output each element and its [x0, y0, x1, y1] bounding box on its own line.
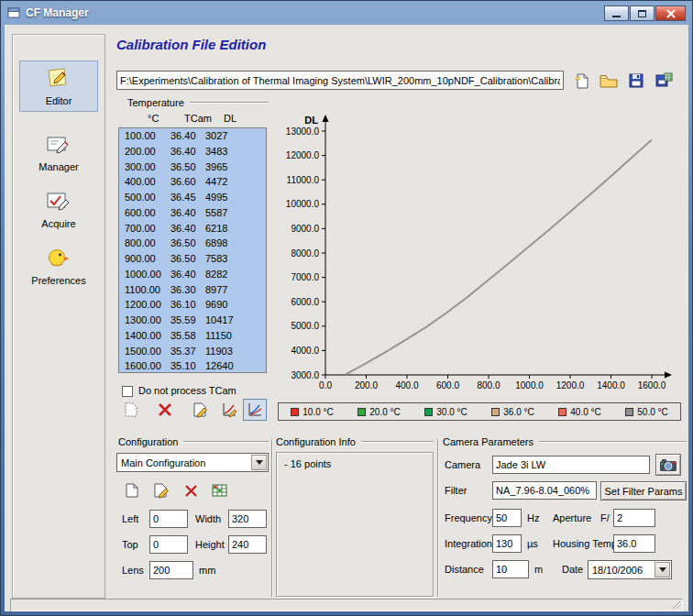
sidebar-item-manager[interactable]: Manager — [19, 126, 98, 178]
chart-svg: 3000.04000.05000.06000.07000.08000.09000… — [272, 100, 687, 399]
width-field[interactable] — [228, 510, 267, 528]
section-rule — [539, 441, 687, 443]
table-row[interactable]: 1200.0036.109690 — [119, 297, 266, 313]
legend-swatch — [491, 408, 500, 416]
svg-text:11000.0: 11000.0 — [287, 175, 320, 185]
config-select-arrow[interactable] — [251, 455, 267, 470]
do-not-process-checkbox[interactable] — [122, 386, 133, 397]
top-field[interactable] — [149, 535, 188, 554]
lens-label: Lens — [122, 565, 144, 576]
distance-label: Distance — [445, 564, 484, 575]
svg-text:0.0: 0.0 — [319, 380, 332, 390]
table-row[interactable]: 1600.0035.1012640 — [119, 358, 266, 373]
preferences-icon — [45, 246, 72, 272]
close-button[interactable] — [655, 6, 686, 21]
table-cell: 800.00 — [119, 236, 170, 251]
status-bar — [10, 599, 683, 611]
table-cell: 35.10 — [170, 358, 205, 373]
height-label: Height — [195, 539, 225, 550]
table-cell: 10417 — [205, 313, 266, 328]
open-file-button[interactable] — [597, 70, 621, 92]
new-config-button[interactable] — [120, 479, 144, 501]
temperature-table[interactable]: 100.0036.403027200.0036.403483300.0036.5… — [118, 127, 267, 373]
minimize-button[interactable] — [604, 6, 629, 21]
table-row[interactable]: 1500.0035.3711903 — [119, 344, 266, 359]
table-row[interactable]: 1000.0036.408282 — [119, 267, 266, 282]
config-select[interactable]: Main Configuration — [116, 453, 269, 472]
table-cell: 3483 — [205, 144, 266, 160]
table-row[interactable]: 200.0036.403483 — [119, 144, 266, 160]
file-path-input[interactable] — [116, 71, 564, 90]
editor-icon — [45, 66, 72, 93]
sidebar-item-preferences[interactable]: Preferences — [19, 240, 98, 292]
lens-field[interactable] — [149, 561, 193, 579]
camera-icon — [659, 457, 677, 472]
sidebar-item-editor[interactable]: Editor — [19, 60, 98, 112]
svg-text:12000.0: 12000.0 — [286, 150, 320, 160]
page-title: Calibration File Edition — [116, 37, 266, 52]
camera-field[interactable] — [492, 456, 650, 474]
legend-swatch — [291, 408, 299, 416]
distance-field[interactable] — [492, 560, 529, 578]
table-row[interactable]: 600.0036.405587 — [119, 205, 266, 221]
table-row[interactable]: 500.0036.454995 — [119, 190, 266, 205]
sidebar-item-acquire[interactable]: Acquire — [19, 183, 98, 235]
left-field[interactable] — [149, 510, 188, 528]
table-row[interactable]: 1300.0035.5910417 — [119, 313, 266, 328]
legend-item: 10.0 °C — [291, 407, 333, 417]
housing-temp-field[interactable] — [613, 534, 655, 553]
table-row[interactable]: 400.0036.604472 — [119, 174, 266, 190]
chart-edit-button[interactable] — [217, 399, 241, 421]
window-body: Editor Manager Acquire Preferences — [5, 25, 688, 611]
add-row-button[interactable] — [118, 399, 142, 421]
legend-item: 36.0 °C — [491, 407, 534, 417]
delete-row-button[interactable] — [153, 399, 177, 421]
integration-field[interactable] — [492, 534, 522, 553]
svg-text:4000.0: 4000.0 — [291, 346, 319, 356]
resize-grip[interactable] — [670, 599, 681, 610]
section-separator — [271, 439, 273, 597]
config-select-value: Main Configuration — [121, 457, 205, 468]
table-row[interactable]: 800.0036.506898 — [119, 236, 266, 251]
save-button[interactable] — [624, 70, 648, 92]
titlebar[interactable]: CF Manager — [1, 1, 692, 25]
section-rule — [361, 441, 434, 443]
table-cell: 36.40 — [170, 144, 205, 160]
date-select-arrow[interactable] — [654, 562, 670, 578]
export-config-button[interactable] — [208, 479, 232, 501]
date-select[interactable]: 18/10/2006 — [588, 560, 672, 579]
table-row[interactable]: 700.0036.406218 — [119, 221, 266, 236]
column-header-celsius: °C — [148, 113, 159, 124]
table-row[interactable]: 900.0036.507583 — [119, 251, 266, 267]
edit-row-button[interactable] — [188, 399, 212, 421]
table-cell: 36.50 — [170, 236, 205, 251]
new-file-button[interactable] — [569, 70, 593, 92]
table-row[interactable]: 100.0036.403027 — [119, 128, 266, 144]
edit-config-button[interactable] — [149, 479, 173, 501]
table-cell: 600.00 — [119, 205, 170, 221]
legend-item: 20.0 °C — [358, 407, 400, 417]
frequency-field[interactable] — [492, 509, 522, 527]
svg-text:1200.0: 1200.0 — [556, 380, 585, 390]
frequency-label: Frequency — [445, 512, 492, 523]
filter-field[interactable] — [492, 481, 597, 500]
table-row[interactable]: 1400.0035.5811150 — [119, 328, 266, 344]
svg-text:5000.0: 5000.0 — [291, 321, 319, 331]
height-field[interactable] — [228, 535, 267, 554]
floppy-grid-icon — [655, 72, 673, 89]
legend-item: 40.0 °C — [558, 407, 600, 417]
table-row[interactable]: 300.0036.503965 — [119, 160, 266, 175]
delete-config-button[interactable] — [179, 479, 203, 501]
aperture-field[interactable] — [613, 509, 655, 527]
camera-select-button[interactable] — [655, 454, 681, 476]
save-as-button[interactable] — [652, 70, 676, 92]
temperature-rows: 100.0036.403027200.0036.403483300.0036.5… — [119, 128, 266, 373]
set-filter-params-button[interactable]: Set Filter Params — [600, 481, 687, 500]
chart-view-button[interactable] — [243, 399, 267, 421]
svg-text:800.0: 800.0 — [477, 380, 500, 390]
maximize-button[interactable] — [630, 6, 654, 21]
table-cell: 200.00 — [119, 144, 170, 160]
delete-x-icon — [158, 402, 172, 417]
table-row[interactable]: 1100.0036.308977 — [119, 282, 266, 298]
table-cell: 35.58 — [170, 328, 205, 344]
